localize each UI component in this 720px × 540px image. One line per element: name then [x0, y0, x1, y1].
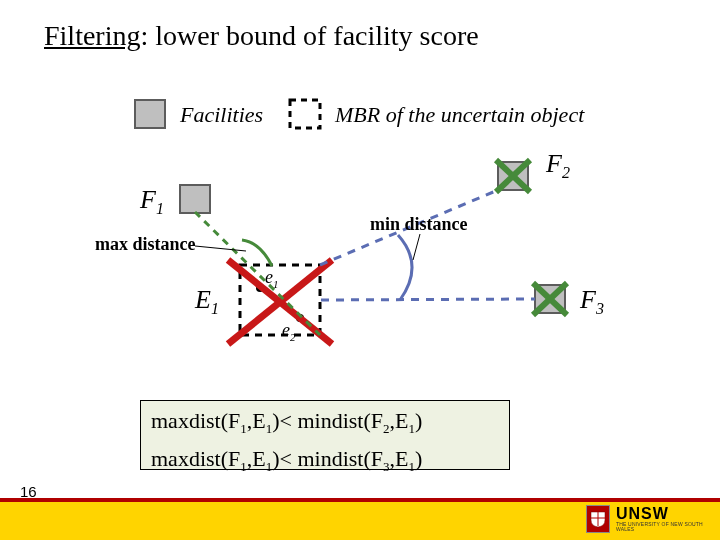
- label-f3: F3: [579, 285, 604, 317]
- footer-bar: UNSW THE UNIVERSITY OF NEW SOUTH WALES: [0, 498, 720, 540]
- title-underlined: Filtering: [44, 20, 140, 51]
- label-e1-big: E1: [194, 285, 219, 317]
- inequality-line-1: maxdist(F1,E1)< mindist(F2,E1): [151, 406, 499, 444]
- unsw-text: UNSW: [616, 506, 706, 522]
- unsw-subtext: THE UNIVERSITY OF NEW SOUTH WALES: [616, 522, 706, 532]
- legend-mbr-box: [290, 100, 320, 128]
- inequality-line-2: maxdist(F1,E1)< mindist(F3,E1): [151, 444, 499, 482]
- mbr-e1: E1 e1 e2: [194, 260, 332, 344]
- leader-mindist: [413, 234, 420, 260]
- leader-maxdist: [195, 246, 246, 251]
- label-max-distance: max distance: [95, 234, 196, 254]
- legend: Facilities MBR of the uncertain object: [135, 100, 585, 128]
- legend-facilities-label: Facilities: [179, 102, 263, 127]
- facility-f2: F2: [496, 149, 570, 192]
- line-mindist-f3: [321, 299, 535, 300]
- legend-facility-box: [135, 100, 165, 128]
- label-f2: F2: [545, 149, 570, 181]
- facility-f1: F1: [139, 185, 210, 217]
- label-e2-small: e2: [282, 320, 296, 343]
- inequality-box: maxdist(F1,E1)< mindist(F2,E1) maxdist(F…: [140, 400, 510, 470]
- unsw-crest-icon: [586, 505, 610, 533]
- title-rest: : lower bound of facility score: [140, 20, 478, 51]
- arc-mindist: [398, 235, 412, 300]
- label-min-distance: min distance: [370, 214, 468, 234]
- svg-rect-0: [180, 185, 210, 213]
- slide-title: Filtering: lower bound of facility score: [44, 20, 479, 52]
- label-f1: F1: [139, 185, 164, 217]
- facility-f3: F3: [533, 283, 604, 317]
- legend-mbr-label: MBR of the uncertain object: [334, 102, 585, 127]
- unsw-logo: UNSW THE UNIVERSITY OF NEW SOUTH WALES: [586, 504, 706, 534]
- diagram-svg: Facilities MBR of the uncertain object F…: [0, 90, 720, 400]
